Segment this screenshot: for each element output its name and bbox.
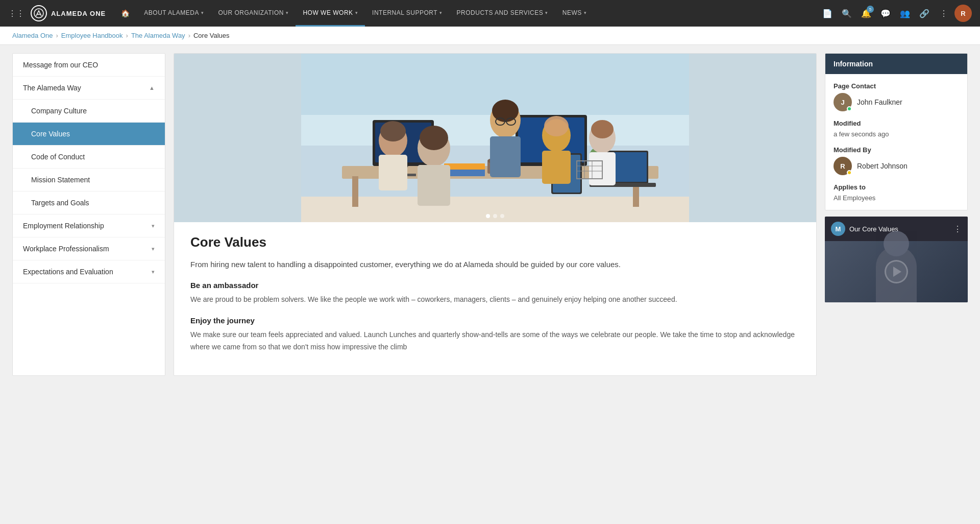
information-header: Information	[825, 54, 967, 74]
breadcrumb-sep-2: ›	[126, 32, 128, 39]
notification-button[interactable]: 🔔 5	[857, 5, 875, 22]
dot-3[interactable]	[500, 214, 504, 218]
video-more-button[interactable]: ⋮	[953, 224, 962, 234]
main-layout: Message from our CEO The Alameda Way ▲ C…	[0, 45, 980, 384]
svg-point-27	[380, 121, 406, 141]
page-title: Core Values	[190, 234, 800, 250]
logo[interactable]: ALAMEDA ONE	[31, 5, 106, 21]
applies-to-section: Applies to All Employees	[834, 183, 959, 202]
nav-our-organization[interactable]: OUR ORGANIZATION ▾	[211, 0, 296, 27]
sidebar-item-mission-statement[interactable]: Mission Statement	[13, 169, 165, 192]
chevron-down-icon: ▾	[286, 10, 289, 15]
section-body-1: We are proud to be problem solvers. We l…	[190, 294, 800, 306]
breadcrumb-employee-handbook[interactable]: Employee Handbook	[61, 32, 123, 39]
home-button[interactable]: 🏠	[114, 0, 137, 27]
svg-rect-26	[379, 155, 407, 190]
svg-point-36	[544, 116, 569, 136]
modified-by-online-indicator	[847, 170, 852, 175]
modified-by-user: R Robert Johnson	[834, 157, 959, 175]
page-contact-label: Page Contact	[834, 82, 959, 90]
nav-products-services[interactable]: PRODUCTS AND SERVICES ▾	[450, 0, 555, 27]
top-navigation: ⋮⋮ ALAMEDA ONE 🏠 ABOUT ALAMEDA ▾ OUR ORG…	[0, 0, 980, 27]
breadcrumb-the-alameda-way[interactable]: The Alameda Way	[131, 32, 185, 39]
breadcrumb: Alameda One › Employee Handbook › The Al…	[0, 27, 980, 45]
notification-badge: 5	[867, 6, 874, 13]
modified-by-name[interactable]: Robert Johnson	[857, 162, 908, 170]
content-intro: From hiring new talent to handling a dis…	[190, 258, 800, 271]
sidebar-section-alameda-way[interactable]: The Alameda Way ▲	[13, 77, 165, 100]
applies-to-value: All Employees	[834, 194, 959, 202]
action-buttons: 📄 🔍 🔔 5 💬 👥 🔗 ⋮ R	[819, 5, 972, 22]
svg-rect-6	[352, 176, 358, 207]
svg-rect-35	[542, 151, 571, 184]
chevron-down-icon: ▾	[152, 269, 155, 275]
chevron-up-icon: ▲	[149, 85, 155, 91]
section-body-2: We make sure our team feels appreciated …	[190, 329, 800, 353]
dot-1[interactable]	[486, 214, 490, 218]
document-button[interactable]: 📄	[819, 5, 836, 22]
page-contact-name[interactable]: John Faulkner	[857, 98, 902, 106]
chevron-down-icon: ▾	[152, 223, 155, 229]
nav-about-alameda[interactable]: ABOUT ALAMEDA ▾	[137, 0, 211, 27]
people-button[interactable]: 👥	[896, 5, 914, 22]
modified-value: a few seconds ago	[834, 130, 959, 138]
nav-internal-support[interactable]: INTERNAL SUPPORT ▾	[365, 0, 450, 27]
page-contact-section: Page Contact J John Faulkner	[834, 82, 959, 111]
breadcrumb-sep-3: ›	[188, 32, 190, 39]
image-dots	[486, 214, 504, 218]
video-thumbnail[interactable]	[825, 241, 968, 302]
sidebar-item-code-of-conduct[interactable]: Code of Conduct	[13, 146, 165, 169]
sidebar-item-company-culture[interactable]: Company Culture	[13, 100, 165, 123]
grid-icon[interactable]: ⋮⋮	[8, 9, 24, 18]
main-navigation: ABOUT ALAMEDA ▾ OUR ORGANIZATION ▾ HOW W…	[137, 0, 819, 27]
content-card: Core Values From hiring new talent to ha…	[174, 53, 817, 376]
section-heading-2: Enjoy the journey	[190, 316, 800, 325]
svg-rect-4	[301, 197, 689, 222]
sidebar-item-core-values[interactable]: Core Values	[13, 123, 165, 146]
svg-rect-41	[418, 165, 450, 206]
video-card: M Our Core Values ⋮	[825, 217, 968, 302]
more-button[interactable]: ⋮	[935, 5, 952, 22]
svg-point-39	[591, 120, 614, 138]
logo-icon	[31, 5, 47, 21]
sidebar: Message from our CEO The Alameda Way ▲ C…	[12, 53, 165, 376]
chevron-down-icon: ▾	[439, 10, 443, 15]
video-person-silhouette	[876, 246, 917, 302]
svg-point-30	[492, 100, 519, 122]
chat-button[interactable]: 💬	[877, 5, 894, 22]
sidebar-item-targets-goals[interactable]: Targets and Goals	[13, 192, 165, 215]
content-area: Core Values From hiring new talent to ha…	[174, 53, 817, 376]
information-card: Information Page Contact J John Faulkner…	[825, 53, 968, 210]
information-body: Page Contact J John Faulkner Modified a …	[825, 74, 967, 210]
user-avatar[interactable]: R	[954, 5, 972, 22]
sidebar-section-workplace-professionalism[interactable]: Workplace Professionalism ▾	[13, 237, 165, 260]
svg-rect-29	[490, 136, 521, 177]
chevron-down-icon: ▾	[584, 10, 587, 15]
nav-how-we-work[interactable]: HOW WE WORK ▾	[296, 0, 365, 27]
video-person-head	[884, 231, 909, 256]
page-contact-avatar: J	[834, 93, 852, 111]
svg-point-42	[420, 126, 448, 150]
sidebar-item-ceo-message[interactable]: Message from our CEO	[13, 54, 165, 77]
breadcrumb-alameda-one[interactable]: Alameda One	[12, 32, 53, 39]
modified-section: Modified a few seconds ago	[834, 120, 959, 138]
applies-to-label: Applies to	[834, 183, 959, 191]
sidebar-section-expectations-evaluation[interactable]: Expectations and Evaluation ▾	[13, 260, 165, 283]
chevron-down-icon: ▾	[201, 10, 204, 15]
modified-by-section: Modified By R Robert Johnson	[834, 146, 959, 175]
modified-by-avatar: R	[834, 157, 852, 175]
hero-image	[174, 54, 816, 222]
section-heading-1: Be an ambassador	[190, 281, 800, 290]
sidebar-section-employment-relationship[interactable]: Employment Relationship ▾	[13, 215, 165, 237]
modified-label: Modified	[834, 120, 959, 127]
search-button[interactable]: 🔍	[838, 5, 855, 22]
page-contact-user: J John Faulkner	[834, 93, 959, 111]
nav-news[interactable]: NEWS ▾	[555, 0, 594, 27]
dot-2[interactable]	[493, 214, 497, 218]
logo-text: ALAMEDA ONE	[51, 10, 106, 17]
link-button[interactable]: 🔗	[916, 5, 933, 22]
chevron-down-icon: ▾	[152, 246, 155, 252]
content-body: Core Values From hiring new talent to ha…	[174, 222, 816, 375]
chevron-down-icon: ▾	[355, 10, 358, 15]
modified-by-label: Modified By	[834, 146, 959, 154]
